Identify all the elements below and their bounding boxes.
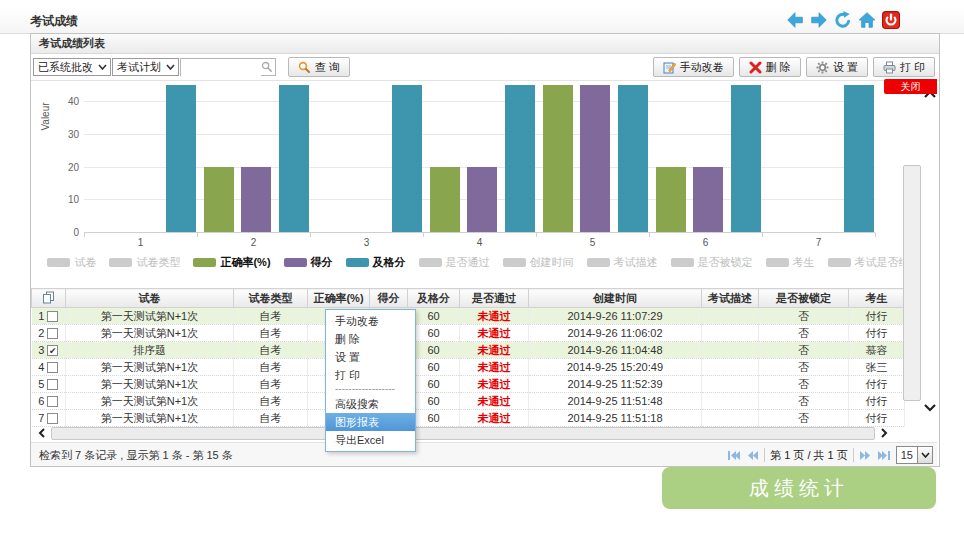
locked-cell: 否	[759, 308, 849, 325]
column-header-0[interactable]: 试卷	[66, 289, 234, 308]
grade-status-select[interactable]: 已系统批改	[33, 58, 111, 76]
created-cell: 2014-9-25 11:51:18	[529, 410, 702, 427]
home-icon[interactable]	[858, 11, 876, 29]
row-checkbox[interactable]	[47, 396, 58, 407]
bar-及格分-1	[166, 85, 196, 232]
column-header-6[interactable]: 创建时间	[529, 289, 702, 308]
examinee-cell: 慕容	[849, 342, 905, 359]
menu-item-delete[interactable]: 删 除	[326, 330, 415, 348]
vertical-scrollbar-thumb[interactable]	[903, 165, 921, 401]
first-page-icon[interactable]	[727, 449, 741, 462]
table-row[interactable]: 4第一天测试第N+1次自考60未通过2014-9-25 15:20:49否张三	[32, 359, 905, 376]
forward-arrow-icon[interactable]	[810, 11, 828, 29]
scroll-right-icon[interactable]	[879, 428, 889, 438]
exam-plan-select[interactable]: 考试计划	[112, 58, 179, 76]
page-title: 考试成绩	[30, 13, 78, 30]
legend-item-0[interactable]: 试卷	[47, 255, 96, 270]
query-button[interactable]: 查 询	[288, 57, 350, 77]
created-cell: 2014-9-25 11:52:39	[529, 376, 702, 393]
legend-label: 得分	[311, 255, 333, 270]
bar-得分-2	[241, 167, 271, 232]
bar-及格分-7	[844, 85, 874, 232]
power-icon[interactable]	[882, 11, 900, 29]
column-header-9[interactable]: 考生	[849, 289, 905, 308]
bar-及格分-5	[618, 85, 648, 232]
chart-close-button[interactable]: 关闭	[884, 79, 937, 94]
examinee-cell: 付行	[849, 325, 905, 342]
score-statistics-button[interactable]: 成绩统计	[662, 467, 936, 509]
horizontal-scrollbar	[31, 427, 937, 440]
record-summary: 检索到 7 条记录 , 显示第 1 条 - 第 15 条	[39, 448, 233, 463]
legend-item-9[interactable]: 考生	[766, 255, 815, 270]
column-header-3[interactable]: 得分	[370, 289, 408, 308]
row-number: 3	[38, 344, 44, 356]
menu-separator: ------------------	[326, 384, 415, 395]
last-page-icon[interactable]	[877, 449, 891, 462]
table-row[interactable]: 2第一天测试第N+1次自考60未通过2014-9-26 11:06:02否付行	[32, 325, 905, 342]
page-size-select[interactable]: 15	[896, 446, 933, 464]
printer-icon	[883, 61, 896, 74]
column-header-2[interactable]: 正确率(%)	[308, 289, 370, 308]
search-input[interactable]	[181, 61, 261, 77]
x-tick-label: 1	[84, 237, 197, 248]
delete-button[interactable]: 删 除	[739, 57, 801, 77]
row-number: 4	[38, 361, 44, 373]
y-tick-label: 30	[57, 129, 79, 140]
locked-cell: 否	[759, 359, 849, 376]
manual-grade-button[interactable]: 手动改卷	[653, 57, 734, 77]
table-row[interactable]: 5第一天测试第N+1次自考60未通过2014-9-25 11:52:39否付行	[32, 376, 905, 393]
menu-item-advanced-search[interactable]: 高级搜索	[326, 395, 415, 413]
legend-item-6[interactable]: 创建时间	[503, 255, 574, 270]
legend-item-4[interactable]: 及格分	[346, 255, 406, 270]
prev-page-icon[interactable]	[746, 449, 759, 462]
row-checkbox[interactable]	[47, 362, 58, 373]
y-tick-label: 0	[57, 227, 79, 238]
table-row[interactable]: 7第一天测试第N+1次自考60未通过2014-9-25 11:51:18否付行	[32, 410, 905, 427]
refresh-icon[interactable]	[834, 11, 852, 29]
column-header-5[interactable]: 是否通过	[460, 289, 529, 308]
bar-及格分-3	[392, 85, 422, 232]
row-number: 5	[38, 378, 44, 390]
table-row[interactable]: 1第一天测试第N+1次自考60未通过2014-9-26 11:07:29否付行	[32, 308, 905, 325]
legend-swatch	[766, 258, 789, 267]
print-button[interactable]: 打 印	[873, 57, 935, 77]
row-checkbox[interactable]: ✔	[47, 345, 58, 356]
legend-swatch	[503, 258, 526, 267]
select-all-header[interactable]	[32, 289, 66, 308]
legend-item-3[interactable]: 得分	[284, 255, 333, 270]
column-header-8[interactable]: 是否被锁定	[759, 289, 849, 308]
legend-item-8[interactable]: 是否被锁定	[671, 255, 753, 270]
legend-item-7[interactable]: 考试描述	[587, 255, 658, 270]
menu-item-manual-grade[interactable]: 手动改卷	[326, 312, 415, 330]
legend-item-2[interactable]: 正确率(%)	[193, 255, 270, 270]
row-checkbox[interactable]	[47, 413, 58, 424]
legend-item-1[interactable]: 试卷类型	[109, 255, 180, 270]
passed-cell: 未通过	[460, 376, 529, 393]
scroll-left-icon[interactable]	[37, 428, 47, 438]
description-cell	[702, 359, 759, 376]
table-row[interactable]: 6第一天测试第N+1次自考60未通过2014-9-25 11:51:48否付行	[32, 393, 905, 410]
column-header-4[interactable]: 及格分	[408, 289, 460, 308]
row-checkbox[interactable]	[47, 328, 58, 339]
row-number-cell: 5	[32, 376, 66, 393]
back-arrow-icon[interactable]	[786, 11, 804, 29]
y-axis-title: Valeur	[40, 82, 51, 152]
menu-item-export-excel[interactable]: 导出Excel	[326, 431, 415, 449]
row-checkbox[interactable]	[47, 311, 58, 322]
scroll-down-icon[interactable]	[924, 403, 936, 412]
legend-label: 及格分	[373, 255, 406, 270]
next-page-icon[interactable]	[859, 449, 872, 462]
menu-item-settings[interactable]: 设 置	[326, 348, 415, 366]
menu-item-print[interactable]: 打 印	[326, 366, 415, 384]
table-row[interactable]: 3✔排序题自考60未通过2014-9-26 11:04:48否慕容	[32, 342, 905, 359]
settings-button[interactable]: 设 置	[806, 57, 868, 77]
menu-item-graph-report[interactable]: 图形报表	[326, 413, 415, 431]
paper-type-cell: 自考	[234, 359, 308, 376]
legend-item-5[interactable]: 是否通过	[419, 255, 490, 270]
row-checkbox[interactable]	[47, 379, 58, 390]
horizontal-scrollbar-thumb[interactable]	[51, 427, 875, 440]
row-number-cell: 6	[32, 393, 66, 410]
column-header-7[interactable]: 考试描述	[702, 289, 759, 308]
search-box	[180, 58, 276, 76]
column-header-1[interactable]: 试卷类型	[234, 289, 308, 308]
